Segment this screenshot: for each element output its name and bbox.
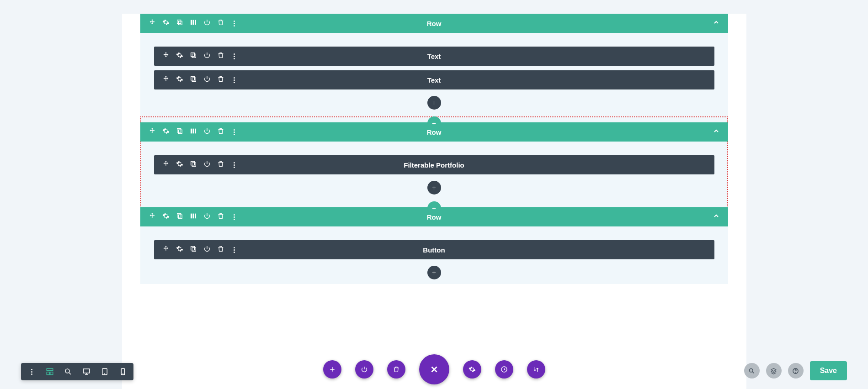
trash-icon[interactable] xyxy=(217,52,224,61)
zoom-icon[interactable] xyxy=(64,368,72,376)
add-module-button[interactable] xyxy=(427,266,441,279)
more-icon[interactable] xyxy=(231,76,238,84)
gear-icon[interactable] xyxy=(162,19,170,28)
power-icon[interactable] xyxy=(203,127,211,137)
svg-rect-12 xyxy=(192,129,194,134)
svg-rect-2 xyxy=(191,20,192,25)
trash-icon[interactable] xyxy=(217,127,224,137)
chevron-up-icon[interactable] xyxy=(713,212,720,221)
more-icon[interactable] xyxy=(231,20,238,27)
gear-icon[interactable] xyxy=(162,127,170,137)
trash-icon[interactable] xyxy=(217,75,224,84)
gear-icon[interactable] xyxy=(162,212,170,221)
add-module-button[interactable] xyxy=(427,96,441,110)
search-button[interactable] xyxy=(744,363,760,378)
move-icon[interactable] xyxy=(162,75,170,84)
row-toolbar xyxy=(149,19,238,28)
module-toolbar xyxy=(162,75,238,84)
module-toolbar xyxy=(162,52,238,61)
view-mode-bar xyxy=(21,363,133,380)
history-button[interactable] xyxy=(495,360,513,378)
module-text[interactable]: Text xyxy=(154,47,714,66)
more-icon[interactable] xyxy=(231,246,238,253)
more-icon[interactable] xyxy=(231,161,238,168)
disable-button[interactable] xyxy=(355,360,373,378)
duplicate-icon[interactable] xyxy=(190,160,197,169)
duplicate-icon[interactable] xyxy=(176,127,183,137)
move-icon[interactable] xyxy=(162,160,170,169)
page-canvas: Row Text xyxy=(122,14,746,389)
row-toolbar xyxy=(149,127,238,137)
gear-icon[interactable] xyxy=(176,245,183,254)
more-icon[interactable] xyxy=(231,53,238,60)
gear-icon[interactable] xyxy=(176,75,183,84)
gear-icon[interactable] xyxy=(176,160,183,169)
more-icon[interactable] xyxy=(231,213,238,221)
svg-rect-10 xyxy=(178,130,182,133)
duplicate-icon[interactable] xyxy=(190,245,197,254)
wireframe-view-icon[interactable] xyxy=(46,368,54,376)
desktop-view-icon[interactable] xyxy=(82,368,91,376)
chevron-up-icon[interactable] xyxy=(713,127,720,137)
page-actions-bar xyxy=(323,354,545,384)
svg-rect-4 xyxy=(195,20,196,25)
trash-icon[interactable] xyxy=(217,212,224,221)
clear-button[interactable] xyxy=(387,360,405,378)
power-icon[interactable] xyxy=(203,245,211,254)
duplicate-icon[interactable] xyxy=(176,212,183,221)
menu-icon[interactable] xyxy=(27,368,36,376)
svg-rect-13 xyxy=(195,129,196,134)
phone-view-icon[interactable] xyxy=(119,368,127,376)
power-icon[interactable] xyxy=(203,212,211,221)
add-module-button[interactable] xyxy=(427,181,441,194)
trash-icon[interactable] xyxy=(217,160,224,169)
svg-point-29 xyxy=(105,373,105,374)
row-section: Row Text xyxy=(140,14,728,123)
close-editor-button[interactable] xyxy=(419,354,449,384)
move-icon[interactable] xyxy=(149,212,156,221)
power-icon[interactable] xyxy=(203,52,211,61)
move-icon[interactable] xyxy=(162,245,170,254)
svg-rect-14 xyxy=(191,162,194,165)
move-icon[interactable] xyxy=(162,52,170,61)
power-icon[interactable] xyxy=(203,160,211,169)
module-filterable-portfolio[interactable]: Filterable Portfolio xyxy=(154,155,714,174)
move-icon[interactable] xyxy=(149,19,156,28)
columns-icon[interactable] xyxy=(190,127,197,137)
more-icon[interactable] xyxy=(231,128,238,136)
add-row-button[interactable] xyxy=(427,201,441,215)
gear-icon[interactable] xyxy=(176,52,183,61)
row-toolbar xyxy=(149,212,238,221)
move-icon[interactable] xyxy=(149,127,156,137)
module-button[interactable]: Button xyxy=(154,240,714,259)
help-button[interactable] xyxy=(788,363,804,378)
svg-rect-17 xyxy=(178,215,182,218)
trash-icon[interactable] xyxy=(217,19,224,28)
module-text[interactable]: Text xyxy=(154,70,714,89)
columns-icon[interactable] xyxy=(190,19,197,28)
duplicate-icon[interactable] xyxy=(190,52,197,61)
row-header[interactable]: Row xyxy=(140,14,728,33)
portability-button[interactable] xyxy=(527,360,545,378)
svg-rect-7 xyxy=(191,77,194,80)
tablet-view-icon[interactable] xyxy=(101,368,109,376)
power-icon[interactable] xyxy=(203,75,211,84)
save-button[interactable]: Save xyxy=(810,361,847,380)
page-settings-button[interactable] xyxy=(463,360,481,378)
svg-rect-25 xyxy=(50,372,53,375)
power-icon[interactable] xyxy=(203,19,211,28)
svg-rect-19 xyxy=(192,214,194,219)
duplicate-icon[interactable] xyxy=(190,75,197,84)
chevron-up-icon[interactable] xyxy=(713,19,720,28)
module-title: Text xyxy=(427,53,441,60)
duplicate-icon[interactable] xyxy=(176,19,183,28)
trash-icon[interactable] xyxy=(217,245,224,254)
svg-point-35 xyxy=(795,372,796,373)
add-section-button[interactable] xyxy=(323,360,341,378)
svg-rect-11 xyxy=(191,129,192,134)
svg-rect-16 xyxy=(177,214,181,217)
columns-icon[interactable] xyxy=(190,212,197,221)
layers-button[interactable] xyxy=(766,363,782,378)
add-row-button[interactable] xyxy=(427,116,441,130)
modules-container: Button xyxy=(140,226,728,279)
